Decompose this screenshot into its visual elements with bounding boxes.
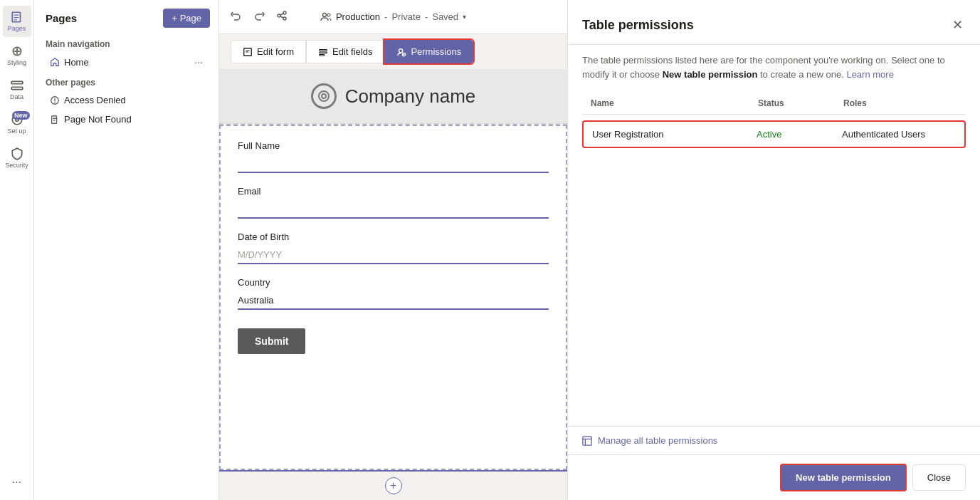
pages-label: Pages <box>8 25 26 32</box>
dob-field-group: Date of Birth <box>238 231 549 264</box>
pages-panel: Pages + Page Main navigation Home ··· Ot… <box>34 0 219 500</box>
icon-sidebar: Pages Styling Data Set up New Security ·… <box>0 0 34 500</box>
panel-header: Table permissions ✕ <box>568 0 980 45</box>
add-page-button[interactable]: + Page <box>163 9 210 28</box>
home-icon <box>50 57 60 67</box>
svg-rect-1 <box>14 15 19 16</box>
pages-header: Pages + Page <box>34 0 218 33</box>
company-name-text: Company name <box>345 85 476 108</box>
svg-rect-6 <box>11 87 23 89</box>
col-roles-header: Roles <box>843 98 957 108</box>
svg-rect-2 <box>14 17 19 18</box>
permission-name: User Registration <box>592 129 757 140</box>
panel-footer-buttons: New table permission Close <box>568 454 980 500</box>
svg-point-19 <box>399 48 403 52</box>
more-options[interactable]: ··· <box>12 470 21 494</box>
edit-fields-tab[interactable]: Edit fields <box>306 40 384 63</box>
country-input[interactable] <box>238 292 549 310</box>
form-toolbar: Edit form Edit fields Permissions <box>219 34 567 69</box>
col-name-header: Name <box>591 98 758 108</box>
svg-point-11 <box>283 17 286 20</box>
styling-label: Styling <box>7 59 26 66</box>
nav-item-dots[interactable]: ··· <box>194 56 203 68</box>
nav-item-access-denied[interactable]: Access Denied <box>38 90 214 110</box>
svg-rect-5 <box>11 81 23 83</box>
svg-rect-23 <box>583 436 591 444</box>
nav-item-home[interactable]: Home ··· <box>38 52 214 72</box>
close-button[interactable]: Close <box>912 464 966 491</box>
panel-description: The table permissions listed here are fo… <box>568 45 980 81</box>
styling-icon <box>11 45 23 58</box>
email-input[interactable] <box>238 201 549 219</box>
home-label: Home <box>64 57 89 68</box>
svg-rect-3 <box>14 19 17 20</box>
security-icon <box>11 147 23 160</box>
shield-icon <box>50 95 60 105</box>
permission-roles: Authenticated Users <box>842 129 956 140</box>
submit-button[interactable]: Submit <box>238 328 305 354</box>
new-permission-button[interactable]: New table permission <box>780 464 907 491</box>
access-denied-label: Access Denied <box>64 95 126 105</box>
company-logo <box>311 83 337 109</box>
sidebar-item-security[interactable]: Security <box>3 142 31 174</box>
permission-status: Active <box>757 129 842 140</box>
logo-inner-icon <box>317 89 331 103</box>
permissions-tab[interactable]: Permissions <box>384 40 473 63</box>
country-label: Country <box>238 277 549 288</box>
sidebar-item-setup[interactable]: Set up New <box>3 108 31 140</box>
redo-button[interactable] <box>251 7 268 26</box>
desc-text2: to create a new one. <box>757 69 846 80</box>
env-sep2: - <box>425 11 428 22</box>
svg-rect-17 <box>320 52 327 53</box>
env-users-icon <box>320 11 332 23</box>
add-section-button[interactable]: + <box>385 477 402 494</box>
sidebar-item-pages[interactable]: Pages <box>3 6 31 37</box>
undo-icon <box>231 10 242 21</box>
edit-form-icon <box>243 47 253 57</box>
company-header: Company name <box>219 69 567 125</box>
permissions-label: Permissions <box>411 46 461 57</box>
desc-bold: New table permission <box>663 69 758 80</box>
share-button[interactable] <box>273 7 290 26</box>
svg-point-21 <box>319 91 329 101</box>
learn-more-link[interactable]: Learn more <box>846 69 893 80</box>
full-name-field-group: Full Name <box>238 140 549 173</box>
email-label: Email <box>238 186 549 197</box>
edit-form-tab[interactable]: Edit form <box>231 40 306 63</box>
manage-all-label: Manage all table permissions <box>598 435 717 446</box>
full-name-input[interactable] <box>238 155 549 173</box>
form-content: Full Name Email Date of Birth Country Su… <box>219 125 567 470</box>
environment-info: Production - Private - Saved ▾ <box>320 11 466 23</box>
svg-rect-9 <box>52 115 57 123</box>
undo-button[interactable] <box>228 7 245 26</box>
page-not-found-label: Page Not Found <box>64 114 132 125</box>
main-nav-label: Main navigation <box>34 33 218 52</box>
table-header: Name Status Roles <box>582 93 966 115</box>
edit-fields-label: Edit fields <box>332 46 372 57</box>
permissions-panel: Table permissions ✕ The table permission… <box>567 0 980 500</box>
svg-rect-18 <box>320 54 325 56</box>
data-label: Data <box>10 93 23 100</box>
top-bar-actions <box>228 7 290 26</box>
svg-point-13 <box>322 13 326 16</box>
sidebar-item-data[interactable]: Data <box>3 74 31 105</box>
nav-item-page-not-found[interactable]: Page Not Found <box>38 110 214 129</box>
sidebar-item-styling[interactable]: Styling <box>3 40 31 71</box>
permission-row-user-registration[interactable]: User Registration Active Authenticated U… <box>582 120 966 148</box>
env-chevron-icon[interactable]: ▾ <box>463 13 466 21</box>
manage-all-link[interactable]: Manage all table permissions <box>582 435 966 446</box>
new-badge: New <box>12 111 30 120</box>
table-icon <box>582 436 592 446</box>
doc-icon <box>50 115 60 125</box>
panel-close-button[interactable]: ✕ <box>949 14 966 36</box>
canvas-area: Edit form Edit fields Permissions <box>219 34 567 500</box>
share-icon <box>276 10 288 21</box>
setup-label: Set up <box>7 127 26 135</box>
env-saved: Saved <box>432 11 458 22</box>
svg-point-22 <box>322 94 326 98</box>
dob-input[interactable] <box>238 246 549 264</box>
other-pages-label: Other pages <box>34 72 218 90</box>
permissions-icon <box>396 47 406 57</box>
env-sep1: - <box>384 11 387 22</box>
svg-rect-16 <box>320 49 327 51</box>
